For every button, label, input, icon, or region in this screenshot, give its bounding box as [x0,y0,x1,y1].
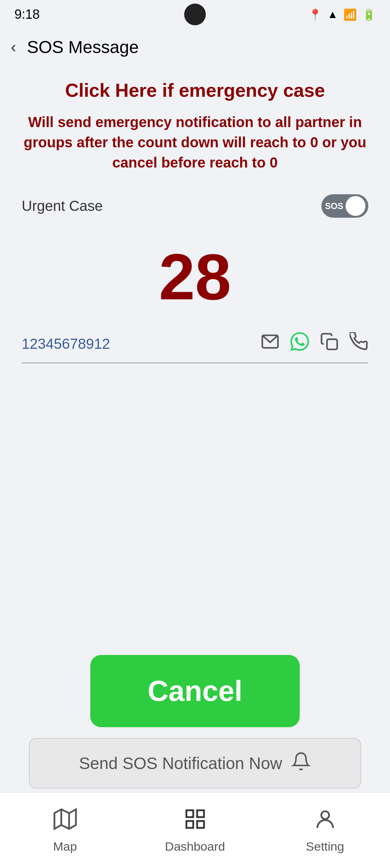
copy-icon[interactable] [320,332,339,355]
send-sos-button[interactable]: Send SOS Notification Now [29,738,361,789]
bottom-nav: Map Dashboard Setting [0,792,390,868]
cancel-button[interactable]: Cancel [90,655,300,727]
email-icon[interactable] [261,332,280,355]
nav-item-map[interactable]: Map [0,807,130,854]
emergency-description: Will send emergency notification to all … [22,112,368,173]
page-title: SOS Message [27,37,139,57]
emergency-title: Click Here if emergency case [65,79,325,101]
main-content: Click Here if emergency case Will send e… [0,65,390,392]
nav-label-setting: Setting [306,839,344,854]
svg-rect-7 [186,821,193,828]
send-sos-label: Send SOS Notification Now [79,754,282,773]
phone-number: 12345678912 [22,336,250,352]
svg-rect-5 [186,810,193,817]
nav-label-map: Map [53,839,77,854]
status-time: 9:18 [14,7,40,22]
svg-point-9 [321,811,329,819]
dashboard-icon [183,807,207,836]
countdown-display: 28 [159,239,231,314]
urgent-case-label: Urgent Case [22,198,103,214]
camera-dot [184,4,206,25]
sos-toggle-label: SOS [325,201,343,211]
phone-row: 12345678912 [22,332,368,363]
whatsapp-icon[interactable] [290,332,309,355]
status-bar: 9:18 📍 ▲ 📶 🔋 [0,0,390,29]
wifi-icon: ▲ [327,8,338,21]
urgent-case-row: Urgent Case SOS [22,194,368,218]
map-icon [53,807,77,836]
bell-icon [291,751,311,775]
buttons-area: Cancel Send SOS Notification Now [0,655,390,789]
top-bar: ‹ SOS Message [0,29,390,65]
sos-toggle-knob [346,196,365,216]
call-icon[interactable] [350,332,368,355]
location-icon: 📍 [308,8,322,21]
svg-rect-8 [197,821,204,828]
status-icons: 📍 ▲ 📶 🔋 [308,8,376,21]
svg-rect-6 [197,810,204,817]
svg-marker-2 [54,809,76,829]
sos-toggle[interactable]: SOS [321,194,368,218]
back-button[interactable]: ‹ [11,38,16,56]
nav-item-dashboard[interactable]: Dashboard [130,807,260,854]
setting-icon [313,807,337,836]
nav-item-setting[interactable]: Setting [260,807,390,854]
signal-icon: 📶 [343,8,357,21]
battery-icon: 🔋 [362,8,376,21]
nav-label-dashboard: Dashboard [165,839,225,854]
svg-rect-1 [327,339,337,350]
